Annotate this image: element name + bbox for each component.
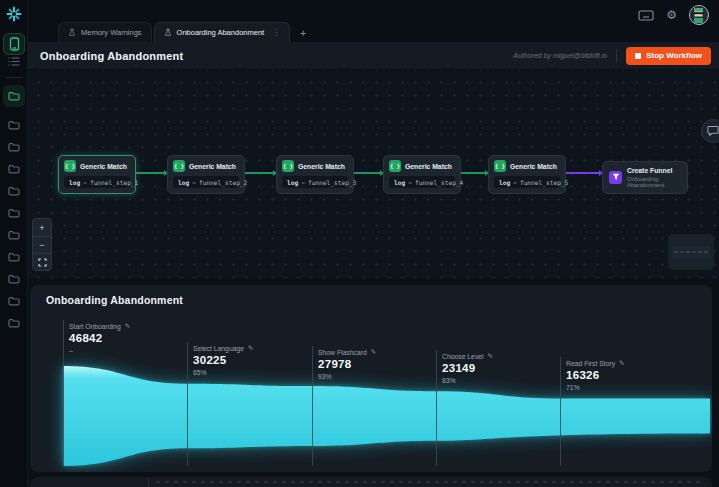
- edit-pencil-icon[interactable]: ✎: [248, 344, 253, 352]
- timeline-tick: [579, 481, 583, 483]
- folder-icon[interactable]: [8, 318, 20, 328]
- timeline-tick: [372, 481, 376, 483]
- edit-pencil-icon[interactable]: ✎: [125, 322, 130, 330]
- timeline-tick: [552, 481, 556, 483]
- node-title: Generic Match: [510, 163, 557, 170]
- node-condition-pill: log=funnel_step_1: [64, 176, 130, 188]
- timeline-tick: [300, 481, 304, 483]
- edit-pencil-icon[interactable]: ✎: [619, 359, 624, 367]
- folder-icon[interactable]: [8, 230, 20, 240]
- timeline-tick: [561, 481, 565, 483]
- timeline-tick: [399, 481, 403, 483]
- step-value: 16326: [566, 369, 625, 381]
- chat-bubble-button[interactable]: [701, 119, 719, 143]
- timeline-tick: [219, 481, 223, 483]
- node-title: Create Funnel: [627, 167, 681, 174]
- node-title: Generic Match: [80, 163, 127, 170]
- edge-5-funnel: [566, 172, 602, 174]
- user-avatar[interactable]: [689, 5, 709, 25]
- timeline-tick: [390, 481, 394, 483]
- edge-1-2: [136, 172, 167, 174]
- keyboard-icon[interactable]: [638, 10, 654, 21]
- timeline-tick: [264, 481, 268, 483]
- sidebar: [0, 0, 28, 487]
- sidebar-divider: [5, 77, 23, 78]
- workflow-header: Onboarding Abandonment Authored by migue…: [28, 42, 719, 70]
- step-percent: 83%: [442, 377, 493, 384]
- timeline-tick: [282, 481, 286, 483]
- folder-icon[interactable]: [8, 142, 20, 152]
- step-percent: 71%: [566, 384, 625, 391]
- tab-menu-icon[interactable]: ⋮: [272, 28, 280, 37]
- list-view-icon[interactable]: [8, 56, 20, 67]
- timeline-tick: [570, 481, 574, 483]
- edge-4-5: [461, 172, 488, 174]
- node-subtitle: Onboarding Abandonment: [627, 176, 681, 188]
- folder-icon[interactable]: [8, 208, 20, 218]
- braces-icon: { }: [494, 160, 506, 172]
- folder-icon[interactable]: [8, 296, 20, 306]
- timeline-tick: [246, 481, 250, 483]
- braces-icon: { }: [282, 160, 294, 172]
- node-title: Generic Match: [298, 163, 345, 170]
- app-window: Memory Warnings Onboarding Abandonment ⋮…: [0, 0, 719, 487]
- timeline-tick: [174, 481, 178, 483]
- timeline-tick: [408, 481, 412, 483]
- tab-onboarding-abandonment[interactable]: Onboarding Abandonment ⋮: [154, 22, 291, 42]
- timeline-tick: [345, 481, 349, 483]
- node-create-funnel[interactable]: Create Funnel Onboarding Abandonment: [602, 161, 688, 194]
- stop-workflow-button[interactable]: Stop Workflow: [626, 47, 711, 65]
- timeline-tick: [309, 481, 313, 483]
- folder-icon[interactable]: [8, 164, 20, 174]
- timeline-tick: [453, 481, 457, 483]
- zoom-in-button[interactable]: +: [33, 219, 51, 236]
- fit-view-icon: [38, 258, 47, 267]
- timeline-tick: [642, 481, 646, 483]
- next-panel-edge[interactable]: [30, 477, 712, 487]
- minimap-node-dash: [704, 251, 708, 253]
- folder-icon[interactable]: [8, 186, 20, 196]
- step-guide-line: [560, 357, 561, 466]
- tab-memory-warnings[interactable]: Memory Warnings: [58, 22, 152, 42]
- step-guide-line: [187, 342, 188, 466]
- node-generic-match-5[interactable]: { }Generic Match log=funnel_step_5: [488, 155, 566, 194]
- funnel-title: Onboarding Abandonment: [46, 294, 183, 306]
- bitdrift-logo-icon[interactable]: [6, 6, 22, 22]
- node-generic-match-3[interactable]: { }Generic Match log=funnel_step_3: [276, 155, 354, 194]
- node-generic-match-4[interactable]: { }Generic Match log=funnel_step_4: [383, 155, 461, 194]
- folder-icon[interactable]: [8, 252, 20, 262]
- step-value: 30225: [193, 354, 253, 366]
- timeline-tick: [615, 481, 619, 483]
- braces-icon: { }: [64, 160, 76, 172]
- new-tab-button[interactable]: +: [295, 24, 311, 42]
- timeline-tick: [426, 481, 430, 483]
- zoom-out-button[interactable]: −: [33, 236, 51, 253]
- folder-icon[interactable]: [8, 274, 20, 284]
- minimap-node-dash: [674, 251, 678, 253]
- node-generic-match-2[interactable]: { }Generic Match log=funnel_step_2: [167, 155, 245, 194]
- workflow-canvas[interactable]: { }Generic Match log=funnel_step_1 { }Ge…: [28, 70, 719, 278]
- timeline-tick: [228, 481, 232, 483]
- folder-icon[interactable]: [8, 120, 20, 130]
- timeline-tick: [462, 481, 466, 483]
- timeline-tick: [489, 481, 493, 483]
- timeline-tick: [201, 481, 205, 483]
- settings-gear-icon[interactable]: ⚙: [666, 9, 677, 21]
- timeline-tick: [678, 481, 682, 483]
- fit-view-button[interactable]: [33, 253, 51, 270]
- node-condition-pill: log=funnel_step_3: [282, 176, 348, 188]
- minimap[interactable]: [668, 234, 714, 270]
- braces-icon: { }: [173, 160, 185, 172]
- timeline-tick: [336, 481, 340, 483]
- timeline-tick: [660, 481, 664, 483]
- minimap-node-dash: [686, 251, 690, 253]
- timeline-tick: [237, 481, 241, 483]
- node-condition-pill: log=funnel_step_2: [173, 176, 239, 188]
- node-generic-match-1[interactable]: { }Generic Match log=funnel_step_1: [58, 155, 136, 194]
- device-monitoring-icon[interactable]: [3, 33, 25, 55]
- timeline-tick: [624, 481, 628, 483]
- timeline-tick: [435, 481, 439, 483]
- folder-icon-active[interactable]: [3, 85, 25, 107]
- edit-pencil-icon[interactable]: ✎: [371, 348, 376, 356]
- edit-pencil-icon[interactable]: ✎: [488, 352, 493, 360]
